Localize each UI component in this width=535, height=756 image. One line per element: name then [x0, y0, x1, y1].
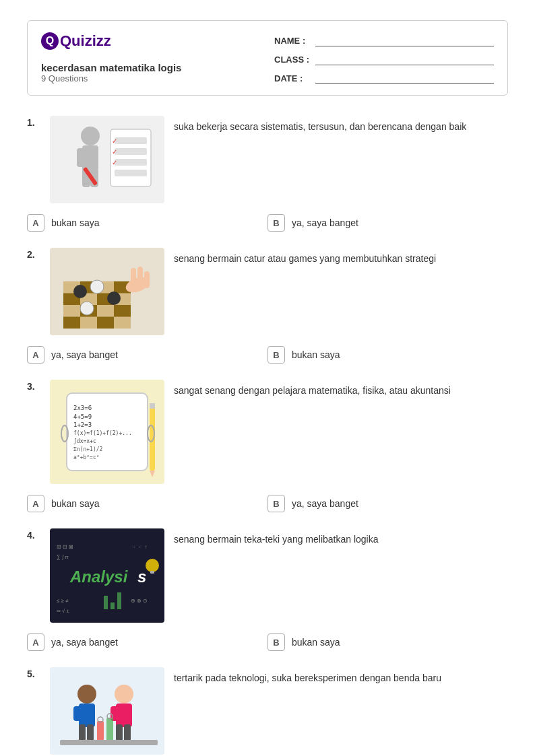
svg-text:1+2=3: 1+2=3 — [73, 421, 92, 428]
question-4: 4. Analysi s ⊞ ⊟ ⊠ ∑ ∫ π ≤ ≥ ≠ ∞ √ ± → ←… — [27, 528, 508, 651]
svg-text:⊕ ⊗ ⊙: ⊕ ⊗ ⊙ — [131, 598, 148, 604]
question-1-option-b[interactable]: B ya, saya banget — [268, 214, 508, 232]
option-a-text: ya, saya banget — [51, 637, 118, 648]
option-b-badge: B — [268, 633, 285, 651]
svg-text:4+5=9: 4+5=9 — [73, 413, 92, 420]
class-line — [315, 53, 494, 65]
svg-rect-8 — [115, 137, 147, 144]
svg-text:≤ ≥ ≠: ≤ ≥ ≠ — [57, 598, 69, 604]
question-1-options: A bukan saya B ya, saya banget — [27, 214, 508, 232]
question-1-image: ✓ ✓ ✓ — [50, 116, 164, 203]
question-4-number: 4. — [27, 528, 40, 541]
question-1-option-a[interactable]: A bukan saya — [27, 214, 268, 232]
svg-point-57 — [146, 559, 159, 572]
class-row: CLASS : — [274, 53, 494, 65]
logo: Q Quizizz — [41, 32, 261, 50]
header-right: NAME : CLASS : DATE : — [274, 32, 494, 84]
svg-rect-3 — [77, 148, 85, 167]
name-row: NAME : — [274, 34, 494, 46]
svg-rect-79 — [60, 740, 158, 745]
option-b-badge: B — [268, 346, 285, 364]
question-2-option-a[interactable]: A ya, saya banget — [27, 346, 268, 364]
svg-rect-32 — [137, 267, 143, 288]
option-a-text: bukan saya — [51, 498, 100, 509]
svg-text:∫dx=x+c: ∫dx=x+c — [73, 438, 96, 444]
svg-rect-45 — [150, 403, 155, 409]
question-2-header: 2. — [27, 248, 508, 335]
svg-rect-59 — [104, 596, 108, 609]
option-a-badge: A — [27, 495, 44, 512]
question-2-option-b[interactable]: B bukan saya — [268, 346, 508, 364]
svg-text:✓: ✓ — [112, 159, 117, 166]
question-2-text: senang bermain catur atau games yang mem… — [174, 248, 508, 266]
question-3: 3. 2x3=6 4+5=9 1+2=3 f(x)=f(1)+f(2)+... … — [27, 380, 508, 512]
svg-rect-74 — [124, 724, 131, 741]
svg-text:Σn(n+1)/2: Σn(n+1)/2 — [73, 446, 103, 452]
svg-point-29 — [80, 302, 94, 315]
svg-rect-61 — [117, 592, 121, 609]
option-b-badge: B — [268, 495, 285, 512]
question-4-header: 4. Analysi s ⊞ ⊟ ⊠ ∑ ∫ π ≤ ≥ ≠ ∞ √ ± → ←… — [27, 528, 508, 623]
question-3-image: 2x3=6 4+5=9 1+2=3 f(x)=f(1)+f(2)+... ∫dx… — [50, 380, 164, 484]
option-a-badge: A — [27, 633, 44, 651]
svg-rect-67 — [79, 724, 86, 741]
svg-point-69 — [115, 685, 133, 703]
svg-rect-75 — [97, 721, 104, 741]
question-4-option-b[interactable]: B bukan saya — [268, 633, 508, 651]
option-b-text: ya, saya banget — [292, 217, 358, 228]
svg-point-28 — [107, 291, 121, 305]
question-5-header: 5. — [27, 667, 508, 755]
class-label: CLASS : — [274, 55, 311, 65]
svg-rect-24 — [80, 317, 97, 329]
svg-text:→ ← ↑: → ← ↑ — [131, 544, 147, 550]
svg-rect-73 — [116, 724, 123, 741]
name-label: NAME : — [274, 36, 311, 46]
question-3-text: sangat senang dengan pelajara matematika… — [174, 380, 508, 398]
question-1-text: suka bekerja secara sistematis, tersusun… — [174, 116, 508, 134]
svg-rect-58 — [150, 571, 154, 574]
question-1-number: 1. — [27, 116, 40, 128]
question-4-option-a[interactable]: A ya, saya banget — [27, 633, 268, 651]
option-a-text: ya, saya banget — [51, 349, 118, 360]
svg-point-63 — [77, 685, 96, 703]
svg-rect-60 — [111, 603, 115, 609]
option-b-text: ya, saya banget — [292, 498, 358, 509]
svg-text:Analysi: Analysi — [69, 568, 129, 586]
question-4-text: senang bermain teka-teki yang melibatkan… — [174, 528, 508, 547]
svg-text:s: s — [137, 568, 146, 586]
svg-rect-68 — [87, 724, 94, 741]
svg-text:∑ ∫ π: ∑ ∫ π — [57, 554, 69, 560]
question-4-image: Analysi s ⊞ ⊟ ⊠ ∑ ∫ π ≤ ≥ ≠ ∞ √ ± → ← ↑ … — [50, 528, 164, 623]
question-2: 2. — [27, 248, 508, 364]
svg-rect-65 — [73, 706, 82, 721]
question-4-options: A ya, saya banget B bukan saya — [27, 633, 508, 651]
question-2-options: A ya, saya banget B bukan saya — [27, 346, 508, 364]
question-3-option-a[interactable]: A bukan saya — [27, 495, 268, 512]
svg-point-27 — [90, 280, 104, 294]
svg-point-26 — [73, 285, 87, 298]
svg-rect-31 — [131, 268, 136, 288]
question-1-header: 1. ✓ ✓ ✓ — [27, 116, 508, 203]
svg-rect-23 — [97, 305, 114, 317]
svg-rect-25 — [114, 317, 131, 329]
svg-rect-76 — [106, 718, 113, 741]
svg-rect-22 — [63, 305, 80, 317]
option-b-text: bukan saya — [292, 349, 340, 360]
svg-rect-10 — [115, 159, 147, 166]
date-label: DATE : — [274, 73, 311, 83]
question-3-options: A bukan saya B ya, saya banget — [27, 495, 508, 512]
question-2-image — [50, 248, 164, 335]
svg-text:2x3=6: 2x3=6 — [73, 405, 92, 411]
svg-text:⊞ ⊟ ⊠: ⊞ ⊟ ⊠ — [57, 544, 73, 550]
question-5-image — [50, 667, 164, 755]
question-5-number: 5. — [27, 667, 40, 679]
svg-rect-33 — [144, 271, 150, 288]
question-3-number: 3. — [27, 380, 40, 392]
question-3-option-b[interactable]: B ya, saya banget — [268, 495, 508, 512]
svg-rect-9 — [115, 148, 147, 155]
option-b-badge: B — [268, 214, 285, 232]
svg-rect-66 — [87, 706, 95, 721]
quiz-title: kecerdasan matematika logis — [41, 62, 261, 73]
svg-text:f(x)=f(1)+f(2)+...: f(x)=f(1)+f(2)+... — [73, 430, 132, 436]
svg-text:∞ √ ±: ∞ √ ± — [57, 608, 70, 614]
